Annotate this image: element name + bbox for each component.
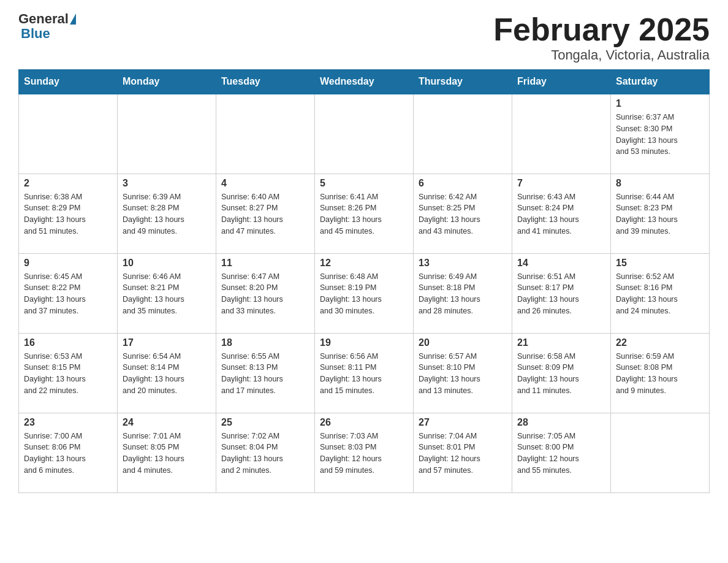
calendar-cell: 5Sunrise: 6:41 AM Sunset: 8:26 PM Daylig… (315, 174, 414, 253)
day-info: Sunrise: 6:43 AM Sunset: 8:24 PM Dayligh… (517, 191, 605, 237)
day-info: Sunrise: 6:42 AM Sunset: 8:25 PM Dayligh… (419, 191, 507, 237)
calendar-cell: 16Sunrise: 6:53 AM Sunset: 8:15 PM Dayli… (19, 333, 118, 413)
day-number: 23 (24, 417, 112, 428)
calendar-cell: 18Sunrise: 6:55 AM Sunset: 8:13 PM Dayli… (216, 333, 315, 413)
title-block: February 2025 Tongala, Victoria, Austral… (493, 12, 710, 63)
calendar-cell: 26Sunrise: 7:03 AM Sunset: 8:03 PM Dayli… (315, 413, 414, 492)
page-header: General Blue February 2025 Tongala, Vict… (18, 12, 710, 63)
calendar-week-row: 16Sunrise: 6:53 AM Sunset: 8:15 PM Dayli… (19, 333, 710, 413)
day-number: 4 (221, 178, 309, 189)
day-number: 2 (24, 178, 112, 189)
day-info: Sunrise: 6:37 AM Sunset: 8:30 PM Dayligh… (616, 112, 704, 158)
calendar-cell: 25Sunrise: 7:02 AM Sunset: 8:04 PM Dayli… (216, 413, 315, 492)
logo-blue-text: Blue (21, 26, 50, 42)
calendar-table: SundayMondayTuesdayWednesdayThursdayFrid… (18, 69, 710, 493)
calendar-header-thursday: Thursday (414, 70, 512, 94)
day-info: Sunrise: 6:48 AM Sunset: 8:19 PM Dayligh… (320, 271, 408, 317)
day-number: 6 (419, 178, 507, 189)
day-number: 22 (616, 337, 704, 348)
calendar-week-row: 2Sunrise: 6:38 AM Sunset: 8:29 PM Daylig… (19, 174, 710, 253)
calendar-cell: 15Sunrise: 6:52 AM Sunset: 8:16 PM Dayli… (611, 253, 710, 333)
day-number: 12 (320, 258, 408, 269)
day-number: 17 (123, 337, 211, 348)
day-info: Sunrise: 7:05 AM Sunset: 8:00 PM Dayligh… (517, 431, 605, 477)
day-info: Sunrise: 6:56 AM Sunset: 8:11 PM Dayligh… (320, 351, 408, 397)
logo-triangle-icon (70, 13, 76, 25)
calendar-header-tuesday: Tuesday (216, 70, 315, 94)
day-info: Sunrise: 6:47 AM Sunset: 8:20 PM Dayligh… (221, 271, 309, 317)
day-info: Sunrise: 6:46 AM Sunset: 8:21 PM Dayligh… (123, 271, 211, 317)
day-info: Sunrise: 6:55 AM Sunset: 8:13 PM Dayligh… (221, 351, 309, 397)
day-number: 27 (419, 417, 507, 428)
calendar-cell: 10Sunrise: 6:46 AM Sunset: 8:21 PM Dayli… (118, 253, 216, 333)
calendar-header-sunday: Sunday (19, 70, 118, 94)
logo-top: General (18, 12, 77, 26)
calendar-cell: 4Sunrise: 6:40 AM Sunset: 8:27 PM Daylig… (216, 174, 315, 253)
calendar-cell: 1Sunrise: 6:37 AM Sunset: 8:30 PM Daylig… (611, 94, 710, 174)
day-info: Sunrise: 6:53 AM Sunset: 8:15 PM Dayligh… (24, 351, 112, 397)
calendar-cell: 21Sunrise: 6:58 AM Sunset: 8:09 PM Dayli… (512, 333, 611, 413)
day-number: 7 (517, 178, 605, 189)
day-info: Sunrise: 6:41 AM Sunset: 8:26 PM Dayligh… (320, 191, 408, 237)
calendar-cell (315, 94, 414, 174)
calendar-cell: 14Sunrise: 6:51 AM Sunset: 8:17 PM Dayli… (512, 253, 611, 333)
calendar-week-row: 9Sunrise: 6:45 AM Sunset: 8:22 PM Daylig… (19, 253, 710, 333)
day-number: 26 (320, 417, 408, 428)
calendar-cell: 2Sunrise: 6:38 AM Sunset: 8:29 PM Daylig… (19, 174, 118, 253)
logo: General Blue (18, 12, 77, 42)
day-number: 13 (419, 258, 507, 269)
day-number: 20 (419, 337, 507, 348)
calendar-cell: 3Sunrise: 6:39 AM Sunset: 8:28 PM Daylig… (118, 174, 216, 253)
calendar-cell: 23Sunrise: 7:00 AM Sunset: 8:06 PM Dayli… (19, 413, 118, 492)
day-info: Sunrise: 7:00 AM Sunset: 8:06 PM Dayligh… (24, 431, 112, 477)
calendar-cell: 22Sunrise: 6:59 AM Sunset: 8:08 PM Dayli… (611, 333, 710, 413)
day-number: 9 (24, 258, 112, 269)
calendar-cell (216, 94, 315, 174)
day-number: 10 (123, 258, 211, 269)
day-number: 25 (221, 417, 309, 428)
day-info: Sunrise: 6:58 AM Sunset: 8:09 PM Dayligh… (517, 351, 605, 397)
day-info: Sunrise: 7:04 AM Sunset: 8:01 PM Dayligh… (419, 431, 507, 477)
day-info: Sunrise: 6:49 AM Sunset: 8:18 PM Dayligh… (419, 271, 507, 317)
calendar-cell: 9Sunrise: 6:45 AM Sunset: 8:22 PM Daylig… (19, 253, 118, 333)
calendar-cell: 13Sunrise: 6:49 AM Sunset: 8:18 PM Dayli… (414, 253, 512, 333)
day-number: 21 (517, 337, 605, 348)
day-number: 3 (123, 178, 211, 189)
calendar-header-monday: Monday (118, 70, 216, 94)
calendar-header-friday: Friday (512, 70, 611, 94)
day-number: 19 (320, 337, 408, 348)
calendar-subtitle: Tongala, Victoria, Australia (493, 47, 710, 63)
day-info: Sunrise: 6:39 AM Sunset: 8:28 PM Dayligh… (123, 191, 211, 237)
day-info: Sunrise: 6:57 AM Sunset: 8:10 PM Dayligh… (419, 351, 507, 397)
day-number: 16 (24, 337, 112, 348)
day-info: Sunrise: 6:45 AM Sunset: 8:22 PM Dayligh… (24, 271, 112, 317)
day-info: Sunrise: 7:02 AM Sunset: 8:04 PM Dayligh… (221, 431, 309, 477)
calendar-cell (118, 94, 216, 174)
day-info: Sunrise: 6:54 AM Sunset: 8:14 PM Dayligh… (123, 351, 211, 397)
day-info: Sunrise: 6:59 AM Sunset: 8:08 PM Dayligh… (616, 351, 704, 397)
calendar-week-row: 23Sunrise: 7:00 AM Sunset: 8:06 PM Dayli… (19, 413, 710, 492)
day-number: 24 (123, 417, 211, 428)
day-number: 8 (616, 178, 704, 189)
calendar-cell: 28Sunrise: 7:05 AM Sunset: 8:00 PM Dayli… (512, 413, 611, 492)
day-number: 5 (320, 178, 408, 189)
calendar-cell (19, 94, 118, 174)
calendar-header-row: SundayMondayTuesdayWednesdayThursdayFrid… (19, 70, 710, 94)
calendar-header-saturday: Saturday (611, 70, 710, 94)
day-number: 28 (517, 417, 605, 428)
day-info: Sunrise: 6:38 AM Sunset: 8:29 PM Dayligh… (24, 191, 112, 237)
day-info: Sunrise: 7:01 AM Sunset: 8:05 PM Dayligh… (123, 431, 211, 477)
day-number: 14 (517, 258, 605, 269)
calendar-cell: 27Sunrise: 7:04 AM Sunset: 8:01 PM Dayli… (414, 413, 512, 492)
calendar-cell: 8Sunrise: 6:44 AM Sunset: 8:23 PM Daylig… (611, 174, 710, 253)
day-info: Sunrise: 6:40 AM Sunset: 8:27 PM Dayligh… (221, 191, 309, 237)
calendar-cell: 19Sunrise: 6:56 AM Sunset: 8:11 PM Dayli… (315, 333, 414, 413)
calendar-title: February 2025 (493, 12, 710, 47)
day-info: Sunrise: 6:51 AM Sunset: 8:17 PM Dayligh… (517, 271, 605, 317)
day-number: 11 (221, 258, 309, 269)
calendar-cell: 11Sunrise: 6:47 AM Sunset: 8:20 PM Dayli… (216, 253, 315, 333)
calendar-cell: 6Sunrise: 6:42 AM Sunset: 8:25 PM Daylig… (414, 174, 512, 253)
day-number: 1 (616, 98, 704, 109)
calendar-cell: 24Sunrise: 7:01 AM Sunset: 8:05 PM Dayli… (118, 413, 216, 492)
logo-general-text: General (18, 12, 69, 26)
